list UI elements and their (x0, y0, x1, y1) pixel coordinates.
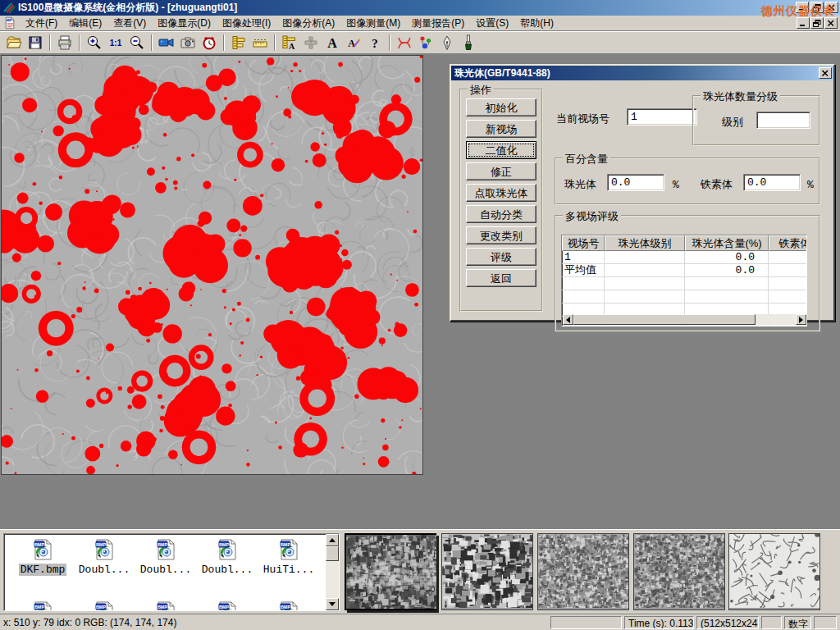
menu-item-2[interactable]: 编辑(E) (63, 15, 107, 32)
menu-item-9[interactable]: 设置(S) (470, 15, 514, 32)
op-button-5[interactable]: 点取珠光体 (466, 184, 536, 202)
measure-text-button[interactable]: A (279, 33, 300, 52)
op-button-4[interactable]: 修正 (466, 162, 536, 180)
file-name: HuiTi... (262, 564, 316, 576)
status-empty-2 (761, 616, 782, 629)
table-hscrollbar[interactable] (563, 314, 806, 325)
op-button-8[interactable]: 评级 (466, 248, 536, 266)
close-button[interactable] (825, 2, 838, 13)
file-item-row2-1[interactable]: BMP (12, 600, 73, 611)
pen-button[interactable] (436, 33, 458, 52)
ruler-button[interactable] (249, 33, 271, 52)
grade-input[interactable] (756, 112, 810, 129)
file-item-4[interactable]: BMPDoubl... (197, 538, 258, 576)
file-item-5[interactable]: BMPHuiTi... (258, 538, 319, 576)
current-field-input[interactable]: 1 (627, 108, 697, 126)
zoom-in-button[interactable] (84, 33, 105, 52)
status-empty-1 (550, 616, 622, 629)
table-row-2[interactable]: 平均值0.0 (562, 264, 806, 277)
print-button[interactable] (54, 33, 75, 52)
op-button-2[interactable]: 新视场 (466, 120, 536, 138)
scrollbar-thumb[interactable] (573, 314, 756, 325)
zoom-in-icon (86, 34, 103, 51)
table-cell: 1 (562, 251, 605, 263)
file-item-1[interactable]: BMPDKF.bmp (12, 538, 73, 576)
mdi-minimize-button[interactable] (797, 17, 810, 29)
op-button-7[interactable]: 更改类别 (466, 226, 536, 244)
file-item-row2-5[interactable]: BMP (258, 600, 319, 611)
text-edit-button[interactable]: A (343, 33, 364, 52)
caliper-icon (231, 34, 247, 51)
dialog-close-button[interactable] (819, 67, 832, 79)
scroll-right-button[interactable] (796, 314, 806, 325)
curve-tool-button[interactable] (394, 33, 415, 52)
menu-item-7[interactable]: 图像测量(M) (340, 15, 406, 32)
menu-item-6[interactable]: 图像分析(A) (276, 15, 340, 32)
op-button-6[interactable]: 自动分类 (466, 205, 536, 223)
zoom-out-button[interactable] (126, 33, 148, 52)
mdi-close-button[interactable] (824, 17, 838, 29)
camera-button[interactable] (177, 33, 199, 52)
menu-item-10[interactable]: 帮助(H) (514, 15, 559, 32)
thumbnail-4[interactable] (633, 533, 725, 610)
micrograph-image[interactable] (1, 55, 423, 475)
measure-text-icon: A (281, 34, 298, 51)
help-button[interactable]: ? (364, 33, 386, 52)
table-row-3[interactable] (562, 277, 806, 290)
file-item-row2-3[interactable]: BMP (135, 600, 196, 611)
grade-label: 级别 (722, 115, 743, 130)
thumbnail-1[interactable] (345, 533, 436, 610)
toolbar-separator (274, 34, 276, 51)
toolbar-separator (151, 34, 153, 51)
text-a-button[interactable]: A (322, 33, 343, 52)
menu-item-8[interactable]: 测量报告(P) (406, 15, 470, 32)
menu-item-1[interactable]: 文件(F) (20, 15, 63, 32)
table-cell (769, 290, 807, 303)
minimize-button[interactable] (796, 2, 809, 13)
file-scrollbar-thumb[interactable] (326, 546, 339, 561)
actual-size-button[interactable]: 1:1 (105, 33, 126, 52)
menu-item-3[interactable]: 查看(V) (107, 15, 152, 32)
thumbnail-3[interactable] (537, 533, 629, 610)
dialog-title-bar[interactable]: 珠光体(GB/T9441-88) (451, 66, 833, 80)
table-row-4[interactable] (562, 290, 806, 304)
thumbnail-5[interactable] (728, 533, 820, 610)
op-button-3[interactable]: 二值化 (466, 141, 536, 159)
thumbnail-2[interactable] (441, 533, 533, 610)
video-camera-button[interactable] (156, 33, 177, 52)
menu-item-5[interactable]: 图像处理(I) (217, 15, 276, 32)
bmp-file-icon: BMP (277, 600, 300, 611)
save-button[interactable] (25, 33, 46, 52)
op-button-1[interactable]: 初始化 (466, 98, 536, 116)
scroll-left-button[interactable] (563, 314, 573, 325)
file-item-row2-2[interactable]: BMP (74, 600, 135, 611)
clock-icon (201, 34, 217, 51)
main-window: IS100显微摄像系统(金相分析版) - [zhuguangti01] 德州仪器… (0, 0, 840, 630)
table-row-1[interactable]: 10.0 (562, 251, 806, 264)
menu-item-4[interactable]: 图像显示(D) (152, 15, 217, 32)
current-field-label: 当前视场号 (556, 112, 609, 126)
brush-button[interactable] (458, 33, 479, 52)
file-item-3[interactable]: BMPDoubl... (135, 538, 196, 576)
pearlite-percent-sign: % (673, 179, 679, 191)
scroll-down-button[interactable] (326, 598, 339, 610)
status-empty-3 (814, 616, 837, 629)
file-item-2[interactable]: BMPDoubl... (74, 538, 135, 576)
file-vscrollbar[interactable] (326, 534, 339, 610)
rating-table[interactable]: 视场号珠光体级别珠光体含量(%)铁素体含量(%) 10.0平均值0.0 (561, 235, 807, 326)
ferrite-input[interactable]: 0.0 (743, 174, 801, 191)
mdi-restore-button[interactable] (810, 17, 824, 29)
actual-size-icon: 1:1 (107, 34, 124, 51)
table-cell (685, 277, 769, 290)
clock-button[interactable] (199, 33, 220, 52)
scroll-up-button[interactable] (326, 534, 339, 546)
table-cell (605, 290, 685, 303)
restore-button[interactable] (810, 2, 824, 13)
file-item-row2-4[interactable]: BMP (197, 600, 258, 611)
particles-button[interactable] (415, 33, 436, 52)
caliper-button[interactable] (228, 33, 249, 52)
grid-tool-button[interactable] (300, 33, 322, 52)
open-folder-button[interactable] (3, 33, 25, 52)
pearlite-input[interactable]: 0.0 (607, 174, 664, 191)
op-button-9[interactable]: 返回 (466, 269, 536, 287)
